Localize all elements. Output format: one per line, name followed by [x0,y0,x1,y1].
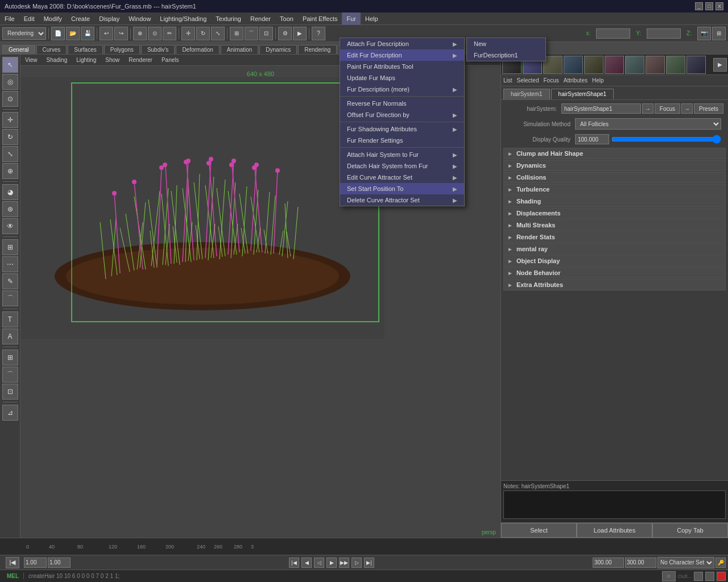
submenu-new[interactable]: New [467,38,545,49]
menu-file[interactable]: File [0,13,19,25]
copy-tab-button[interactable]: Copy Tab [652,523,728,538]
display-quality-slider[interactable] [611,135,721,144]
start-frame-input[interactable]: 1.00 [24,558,47,568]
select-tool[interactable]: ↖ [2,57,18,73]
timeline-start-btn[interactable]: |◀ [6,557,19,568]
menu-fur[interactable]: Fur [342,13,361,25]
dd-set-start-pos[interactable]: Set Start Position To ▶ [340,183,464,194]
lasso-btn[interactable]: ⊙ [148,27,162,40]
redo-btn[interactable]: ↪ [114,27,128,40]
y-input[interactable] [647,28,681,39]
thumb-10[interactable] [686,56,706,74]
submenu-fur-desc1[interactable]: FurDescription1 [467,49,545,61]
scale-tool[interactable]: ⤡ [2,146,18,162]
mode-dropdown[interactable]: Rendering [2,27,46,40]
tab-surfaces[interactable]: Surfaces [68,45,102,54]
dd-attach-hair-fur[interactable]: Attach Hair System to Fur ▶ [340,149,464,160]
section-object-display[interactable]: ► Object Display [503,255,726,267]
tab-dynamics[interactable]: Dynamics [259,45,297,54]
dd-detach-hair-fur[interactable]: Detach Hair System from Fur ▶ [340,160,464,172]
sim-method-select[interactable]: All Follicles Dynamic Follicles Only No … [575,118,721,130]
vp-menu-show[interactable]: Show [105,57,119,63]
tab-subdivs[interactable]: Subdiv's [141,45,175,54]
maximize-btn[interactable]: □ [705,2,713,10]
tab-deformation[interactable]: Deformation [176,45,219,54]
menu-paint-effects[interactable]: Paint Effects [298,13,342,25]
menu-lighting-shading[interactable]: Lighting/Shading [155,13,211,25]
new-btn[interactable]: 📄 [51,27,65,40]
end-frame-input[interactable] [48,558,71,568]
play-btn[interactable]: ▶ [326,558,337,568]
section-render-stats[interactable]: ► Render Stats [503,231,726,243]
menu-create[interactable]: Create [67,13,94,25]
ep-tool[interactable]: ⋯ [2,256,18,272]
presets-btn[interactable]: Presets [694,103,723,114]
render-settings[interactable]: ⚙ [278,27,292,40]
outliner-btn[interactable]: ≡ [662,571,676,581]
text-tool[interactable]: T [2,311,18,327]
section-turbulence[interactable]: ► Turbulence [503,184,726,195]
vp-menu-panels[interactable]: Panels [162,57,179,63]
lasso-tool[interactable]: ⊙ [2,91,18,107]
section-extra-attrs[interactable]: ► Extra Attributes [503,279,726,290]
snap-curve-btn[interactable]: ⌒ [2,367,18,383]
timeline-ruler[interactable]: 0 40 80 120 160 200 240 260 280 3 [20,538,500,555]
node-tab-hairsystem1[interactable]: hairSystem1 [503,89,550,99]
focus-btn[interactable]: Focus [655,103,680,114]
current-frame1[interactable] [593,558,624,568]
play-start-btn[interactable]: |◀ [289,558,299,568]
move-tool[interactable]: ✛ [2,112,18,128]
select-button[interactable]: Select [501,523,577,538]
vp-menu-renderer[interactable]: Renderer [129,57,152,63]
section-mental-ray[interactable]: ► mental ray [503,243,726,255]
section-displacements[interactable]: ► Displacements [503,207,726,219]
load-attributes-button[interactable]: Load Attributes [577,523,652,538]
ae-menu-attributes[interactable]: Attributes [564,77,588,84]
section-collisions[interactable]: ► Collisions [503,172,726,183]
thumb-5[interactable] [584,56,603,74]
dd-paint-fur-tool[interactable]: Paint Fur Attributes Tool [340,61,464,72]
presets-expand-btn[interactable]: → [681,103,693,114]
thumb-7[interactable] [625,56,644,74]
camera-btn[interactable]: 📷 [697,27,711,40]
thumb-9[interactable] [666,56,685,74]
grid-btn[interactable]: ⊞ [712,27,726,40]
rotate-btn[interactable]: ↻ [196,27,210,40]
misc-btn[interactable]: ⊿ [2,405,18,421]
dd-edit-fur-desc[interactable]: Edit Fur Description ▶ [340,49,464,61]
next-key-btn[interactable]: ▷ [351,558,362,568]
ae-menu-selected[interactable]: Selected [517,77,539,84]
menu-edit[interactable]: Edit [19,13,39,25]
tab-polygons[interactable]: Polygons [104,45,140,54]
notes-textarea[interactable] [503,490,726,519]
dd-fur-desc-more[interactable]: Fur Description (more) ▶ [340,84,464,95]
menu-help[interactable]: Help [361,13,383,25]
play-fwd-btn[interactable]: ▶▶ [339,558,349,568]
menu-toon[interactable]: Toon [275,13,298,25]
key-btn[interactable]: 🔑 [715,558,726,568]
hair-system-input[interactable] [561,103,641,114]
vp-menu-view[interactable]: View [25,57,38,63]
tab-animation[interactable]: Animation [221,45,258,54]
snap-grid[interactable]: ⊞ [230,27,243,40]
menu-modify[interactable]: Modify [39,13,67,25]
pencil-tool[interactable]: ✎ [2,273,18,289]
menu-texturing[interactable]: Texturing [211,13,246,25]
render-btn[interactable]: ▶ [293,27,307,40]
minimize-btn[interactable]: _ [695,2,703,10]
current-frame2[interactable] [625,558,656,568]
snap-curve[interactable]: ⌒ [245,27,258,40]
menu-window[interactable]: Window [124,13,155,25]
vp-menu-shading[interactable]: Shading [47,57,68,63]
prev-key-btn[interactable]: ◁ [314,558,324,568]
move-btn[interactable]: ✛ [181,27,195,40]
save-btn[interactable]: 💾 [81,27,94,40]
section-dynamics[interactable]: ► Dynamics [503,160,726,171]
cv-tool[interactable]: ⊞ [2,239,18,255]
node-tab-hairsystemshape1[interactable]: hairSystemShape1 [551,89,614,99]
dd-update-fur-maps[interactable]: Update Fur Maps [340,72,464,84]
tab-curves[interactable]: Curves [36,45,67,54]
status-icon3[interactable] [717,572,726,581]
universal-tool[interactable]: ⊕ [2,163,18,179]
section-multi-streaks[interactable]: ► Multi Streaks [503,219,726,231]
